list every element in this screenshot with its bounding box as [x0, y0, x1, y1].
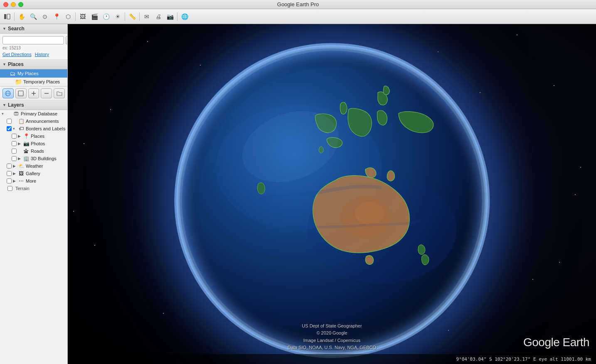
places-triangle-icon: ▼	[2, 62, 6, 66]
weather-layer-label: Weather	[26, 164, 43, 169]
gallery-layer-checkbox[interactable]	[7, 171, 12, 176]
toolbar-sep-5	[177, 12, 177, 21]
close-button[interactable]	[3, 2, 8, 7]
places-layer-label: Places	[31, 134, 44, 139]
toolbar-sep-4	[139, 12, 140, 21]
3d-buildings-checkbox[interactable]	[12, 156, 17, 161]
places-layer-checkbox[interactable]	[12, 134, 17, 139]
get-directions-link[interactable]: Get Directions	[2, 52, 32, 57]
save-image-btn[interactable]: 📷	[165, 11, 175, 22]
history-link[interactable]: History	[35, 52, 49, 57]
3d-buildings-expand-icon: ▶	[18, 156, 23, 161]
my-places-item[interactable]: 🗂 My Places	[0, 69, 67, 78]
3d-buildings-item[interactable]: ▶ 🏢 3D Buildings	[0, 155, 67, 162]
gallery-layer-item[interactable]: ▶ 🖼 Gallery	[0, 170, 67, 177]
maps-btn[interactable]: 🌐	[179, 11, 190, 22]
3d-buildings-icon: 🏢	[23, 155, 30, 162]
layers-section-label: Layers	[8, 102, 24, 108]
minimize-button[interactable]	[11, 2, 16, 7]
search-area: Search ex: 15213 Get Directions History	[0, 34, 67, 60]
places-section-label: Places	[8, 61, 24, 67]
svg-rect-5	[18, 91, 23, 96]
weather-layer-item[interactable]: ▶ ⛅ Weather	[0, 162, 67, 170]
map-view-btn[interactable]	[15, 88, 27, 98]
terrain-label: Terrain	[15, 186, 30, 191]
overlay-btn[interactable]: 🖼	[77, 11, 88, 22]
attribution-line-4: Data SIO, NOAA, U.S. Navy, NGA, GEBCO	[288, 344, 376, 352]
placemark-btn[interactable]: 📍	[51, 11, 62, 22]
maximize-button[interactable]	[18, 2, 23, 7]
more-layer-item[interactable]: ▶ ⋯ More	[0, 177, 67, 185]
svg-rect-0	[4, 14, 6, 19]
attribution-line-1: US Dept of State Geographer	[288, 322, 376, 330]
roads-layer-item[interactable]: 🛣 Roads	[0, 147, 67, 155]
gallery-layer-icon: 🖼	[18, 170, 25, 177]
announcements-checkbox[interactable]	[7, 119, 12, 124]
map-view[interactable]: US Dept of State Geographer © 2020 Googl…	[68, 24, 596, 364]
weather-layer-checkbox[interactable]	[7, 164, 12, 169]
email-btn[interactable]: ✉	[141, 11, 152, 22]
terrain-item: Terrain	[0, 185, 67, 192]
places-section: ▼ Places 🗂 My Places 📁 Temporary Places	[0, 60, 67, 86]
sidebar-toggle-btn[interactable]	[2, 11, 12, 22]
titlebar: Google Earth Pro	[0, 0, 596, 9]
temporary-places-item[interactable]: 📁 Temporary Places	[0, 78, 67, 86]
photos-layer-checkbox[interactable]	[12, 141, 17, 146]
photos-layer-item[interactable]: ▶ 📷 Photos	[0, 140, 67, 147]
layers-triangle-icon: ▼	[2, 103, 6, 107]
places-section-header[interactable]: ▼ Places	[0, 60, 67, 69]
photos-layer-label: Photos	[31, 141, 45, 146]
more-layer-checkbox[interactable]	[7, 178, 12, 183]
layers-section-header[interactable]: ▼ Layers	[0, 100, 67, 110]
borders-labels-icon: 🏷	[18, 125, 25, 132]
terrain-checkbox[interactable]	[7, 186, 12, 191]
temporary-places-label: Temporary Places	[23, 79, 60, 84]
3d-buildings-label: 3D Buildings	[31, 156, 57, 161]
historical-btn[interactable]: 🕐	[101, 11, 111, 22]
sun-btn[interactable]: ☀	[112, 11, 123, 22]
toolbar: ✋ 🔍 ⊙ 📍 ⬡ 🖼 🎬 🕐 ☀ 📏 ✉ 🖨 📷 🌐	[0, 9, 596, 24]
more-expand-icon: ▶	[13, 179, 18, 183]
toolbar-sep-3	[125, 12, 125, 21]
announcements-item[interactable]: 📋 Announcements	[0, 117, 67, 125]
borders-labels-item[interactable]: ▾ 🏷 Borders and Labels	[0, 125, 67, 132]
photos-layer-icon: 📷	[23, 140, 30, 147]
record-tour-btn[interactable]: 🎬	[89, 11, 100, 22]
places-layer-icon: 📍	[23, 133, 30, 139]
temp-places-folder-icon: 📁	[15, 78, 22, 85]
photos-layer-expand-icon: ▶	[18, 142, 23, 146]
attribution-text: US Dept of State Geographer © 2020 Googl…	[288, 322, 376, 352]
weather-layer-icon: ⛅	[18, 163, 25, 169]
search-triangle-icon: ▼	[2, 27, 6, 31]
svg-point-11	[14, 114, 18, 116]
remove-item-btn[interactable]	[41, 88, 52, 98]
move-tool-btn[interactable]: ✋	[16, 11, 27, 22]
print-btn[interactable]: 🖨	[153, 11, 164, 22]
places-layer-item[interactable]: ▶ 📍 Places	[0, 132, 67, 140]
globe-view-btn[interactable]	[2, 88, 14, 98]
borders-labels-checkbox[interactable]	[7, 126, 12, 131]
primary-database-item[interactable]: ▾ Primary Database	[0, 110, 67, 117]
primary-db-expand-icon: ▾	[2, 112, 7, 116]
weather-expand-icon: ▶	[13, 164, 18, 168]
search-section-header[interactable]: ▼ Search	[0, 24, 67, 34]
search-links: Get Directions History	[2, 52, 65, 57]
polygon-btn[interactable]: ⬡	[63, 11, 74, 22]
search-input[interactable]	[2, 36, 64, 44]
roads-layer-label: Roads	[31, 149, 44, 154]
tilt-btn[interactable]: ⊙	[39, 11, 50, 22]
roads-layer-checkbox[interactable]	[12, 149, 17, 154]
add-item-btn[interactable]	[28, 88, 39, 98]
more-layer-icon: ⋯	[18, 178, 25, 184]
zoom-tool-btn[interactable]: 🔍	[28, 11, 39, 22]
gallery-layer-label: Gallery	[26, 171, 40, 176]
google-earth-logo: Google Earth	[523, 336, 589, 349]
my-places-label: My Places	[17, 71, 39, 76]
attribution-line-2: © 2020 Google	[288, 330, 376, 337]
earth-globe	[174, 43, 490, 358]
more-layer-label: More	[26, 178, 36, 183]
toolbar-sep-2	[75, 12, 76, 21]
new-folder-btn[interactable]	[54, 88, 65, 98]
ruler-btn[interactable]: 📏	[127, 11, 138, 22]
window-title: Google Earth Pro	[277, 1, 319, 7]
